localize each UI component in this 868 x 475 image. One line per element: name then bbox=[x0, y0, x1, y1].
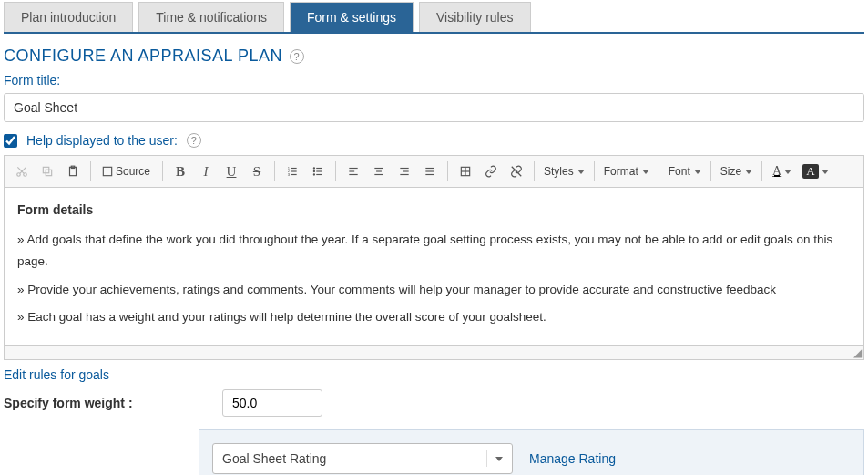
weight-input[interactable] bbox=[222, 389, 322, 417]
tab-form-settings[interactable]: Form & settings bbox=[290, 2, 414, 32]
svg-point-19 bbox=[313, 170, 314, 171]
format-dropdown[interactable]: Format bbox=[600, 160, 653, 183]
editor-bullet: » Each goal has a weight and your rating… bbox=[17, 306, 851, 328]
tabs-bar: Plan introduction Time & notifications F… bbox=[4, 2, 864, 34]
source-button[interactable]: Source bbox=[97, 160, 157, 183]
editor-bullet: » Add goals that define the work you did… bbox=[17, 229, 851, 274]
caret-down-icon bbox=[577, 170, 585, 174]
caret-down-icon bbox=[745, 170, 752, 174]
link-button[interactable] bbox=[479, 160, 503, 183]
caret-down-icon bbox=[784, 170, 791, 174]
help-checkbox-row: Help displayed to the user: ? bbox=[4, 133, 864, 148]
svg-point-20 bbox=[313, 174, 314, 175]
caret-down-icon bbox=[486, 450, 503, 467]
toolbar-separator bbox=[162, 161, 163, 181]
caret-down-icon bbox=[694, 170, 701, 174]
weight-label: Specify form weight : bbox=[4, 396, 195, 410]
font-dropdown[interactable]: Font bbox=[665, 160, 705, 183]
strikethrough-button[interactable]: S bbox=[245, 160, 269, 183]
page-title: CONFIGURE AN APPRAISAL PLAN ? bbox=[4, 46, 864, 66]
form-title-label: Form title: bbox=[4, 73, 864, 88]
toolbar-separator bbox=[90, 161, 91, 181]
manage-rating-link[interactable]: Manage Rating bbox=[529, 451, 616, 466]
toolbar-separator bbox=[761, 161, 762, 181]
source-label: Source bbox=[114, 165, 152, 178]
tab-visibility-rules[interactable]: Visibility rules bbox=[419, 2, 531, 32]
size-dropdown[interactable]: Size bbox=[717, 160, 756, 183]
toolbar-separator bbox=[274, 161, 275, 181]
svg-point-0 bbox=[17, 173, 21, 177]
help-icon[interactable]: ? bbox=[290, 49, 304, 64]
background-color-button[interactable]: A bbox=[798, 160, 832, 183]
underline-button[interactable]: U bbox=[220, 160, 243, 183]
ordered-list-button[interactable]: 123 bbox=[281, 160, 304, 183]
svg-point-18 bbox=[313, 168, 314, 169]
unlink-button[interactable] bbox=[505, 160, 528, 183]
align-right-button[interactable] bbox=[393, 160, 416, 183]
edit-rules-link[interactable]: Edit rules for goals bbox=[4, 367, 109, 382]
editor-bullet: » Provide your achievements, ratings and… bbox=[17, 279, 851, 301]
align-center-button[interactable] bbox=[367, 160, 391, 183]
caret-down-icon bbox=[822, 170, 829, 174]
rating-panel: Goal Sheet Rating Manage Rating bbox=[199, 429, 864, 475]
page-title-text: CONFIGURE AN APPRAISAL PLAN bbox=[4, 46, 282, 66]
tab-time-notifications[interactable]: Time & notifications bbox=[138, 2, 284, 32]
svg-point-1 bbox=[24, 173, 27, 177]
weight-row: Specify form weight : bbox=[4, 389, 864, 417]
toolbar-separator bbox=[447, 161, 448, 181]
paste-icon[interactable] bbox=[61, 160, 85, 183]
toolbar-separator bbox=[710, 161, 711, 181]
rating-select[interactable]: Goal Sheet Rating bbox=[212, 443, 513, 474]
help-checkbox[interactable] bbox=[4, 134, 17, 148]
align-justify-button[interactable] bbox=[418, 160, 442, 183]
table-button[interactable] bbox=[454, 160, 477, 183]
help-tooltip-icon[interactable]: ? bbox=[187, 133, 201, 148]
cut-icon[interactable] bbox=[10, 160, 34, 183]
bold-button[interactable]: B bbox=[168, 160, 192, 183]
styles-dropdown[interactable]: Styles bbox=[540, 160, 588, 183]
caret-down-icon bbox=[642, 170, 649, 174]
editor-toolbar: Source B I U S 123 bbox=[5, 156, 863, 188]
toolbar-separator bbox=[594, 161, 595, 181]
rating-select-value: Goal Sheet Rating bbox=[222, 451, 326, 466]
editor-content-area[interactable]: Form details » Add goals that define the… bbox=[5, 188, 863, 345]
italic-button[interactable]: I bbox=[194, 160, 218, 183]
text-color-button[interactable]: A bbox=[768, 160, 796, 183]
toolbar-separator bbox=[659, 161, 659, 181]
resize-grip-icon[interactable]: ◢ bbox=[853, 346, 862, 359]
copy-icon[interactable] bbox=[36, 160, 59, 183]
toolbar-separator bbox=[534, 161, 535, 181]
form-title-input[interactable] bbox=[4, 93, 864, 122]
toolbar-separator bbox=[335, 161, 336, 181]
svg-rect-8 bbox=[103, 167, 111, 175]
editor-footer: ◢ bbox=[5, 345, 863, 359]
tab-plan-introduction[interactable]: Plan introduction bbox=[4, 2, 133, 32]
align-left-button[interactable] bbox=[342, 160, 365, 183]
help-checkbox-label: Help displayed to the user: bbox=[26, 133, 178, 148]
svg-text:3: 3 bbox=[288, 172, 291, 177]
unordered-list-button[interactable] bbox=[306, 160, 330, 183]
rich-text-editor: Source B I U S 123 bbox=[4, 155, 864, 360]
editor-heading: Form details bbox=[17, 199, 851, 222]
